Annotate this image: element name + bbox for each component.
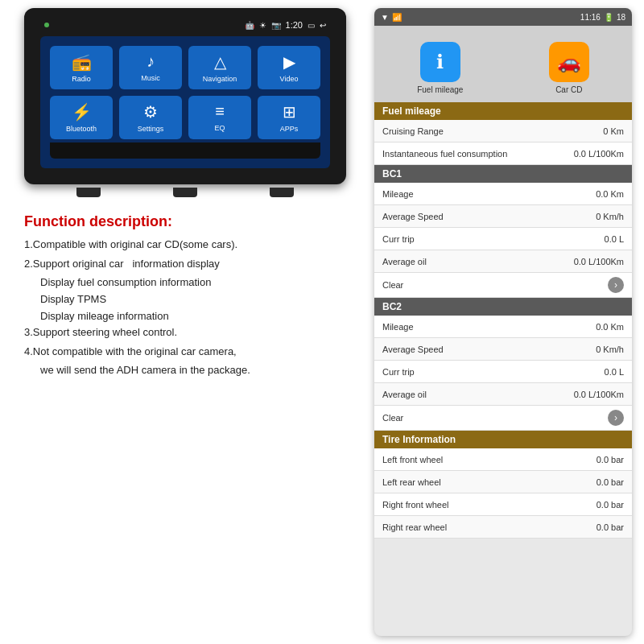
data-table: Fuel mileage Cruising Range 0 Km Instant…: [374, 102, 632, 539]
desc-sub-1: Display fuel consumption information: [40, 275, 346, 291]
stereo-screen: 📻 Radio ♪ Music △ Navigation ▶ Video ⚡: [40, 36, 330, 168]
right-front-value: 0.0 bar: [597, 500, 624, 510]
app-radio-label: Radio: [72, 75, 91, 83]
navigation-icon: △: [214, 52, 226, 72]
desc-item-3: 3.Support steering wheel control.: [24, 324, 346, 341]
bc1-clear-chevron[interactable]: ›: [608, 277, 624, 293]
mount-tabs: [16, 188, 354, 197]
description-section: Function description: 1.Compatible with …: [16, 213, 354, 379]
bc1-avg-speed-value: 0 Km/h: [596, 212, 624, 221]
cruising-range-row: Cruising Range 0 Km: [374, 120, 632, 142]
inst-fuel-row: Instantaneous fuel consumption 0.0 L/100…: [374, 142, 632, 165]
bc2-avg-oil-label: Average oil: [382, 390, 427, 399]
app-video-label: Video: [280, 75, 299, 83]
app-grid: 📻 Radio ♪ Music △ Navigation ▶ Video ⚡: [50, 46, 320, 139]
bc2-curr-trip-label: Curr trip: [382, 367, 415, 377]
stereo-bottom-bar: [50, 142, 320, 159]
settings-icon: ⚙: [143, 102, 158, 122]
fuel-mileage-label: Fuel mileage: [417, 85, 463, 94]
right-front-row: Right front wheel 0.0 bar: [374, 493, 632, 516]
app-video[interactable]: ▶ Video: [258, 46, 320, 89]
video-icon: ▶: [283, 52, 295, 72]
desc-sub-2: Display TPMS: [40, 291, 346, 308]
bc1-clear-row[interactable]: Clear ›: [374, 273, 632, 298]
mount-tab-right: [270, 188, 294, 197]
bc2-mileage-row: Mileage 0.0 Km: [374, 316, 632, 338]
car-cd-label: Car CD: [555, 85, 582, 94]
tire-info-header: Tire Information: [374, 431, 632, 448]
fuel-mileage-app[interactable]: ℹ Fuel mileage: [417, 42, 463, 94]
cruising-range-label: Cruising Range: [382, 126, 444, 136]
bc2-avg-speed-row: Average Speed 0 Km/h: [374, 338, 632, 361]
app-navigation[interactable]: △ Navigation: [188, 46, 251, 89]
bc2-clear-label: Clear: [382, 413, 403, 423]
inst-fuel-value: 0.0 L/100Km: [574, 149, 624, 159]
left-front-row: Left front wheel 0.0 bar: [374, 448, 632, 471]
mount-tab-center: [173, 188, 197, 197]
right-panel: ▼ 📶 11:16 🔋 18 ℹ Fuel mileage 🚗 Car CD F…: [374, 8, 632, 636]
power-indicator: [44, 23, 49, 27]
app-radio[interactable]: 📻 Radio: [50, 46, 113, 89]
bc2-clear-chevron[interactable]: ›: [608, 410, 624, 426]
bc2-clear-row[interactable]: Clear ›: [374, 406, 632, 431]
left-rear-label: Left rear wheel: [382, 477, 441, 487]
android-home-row: ℹ Fuel mileage 🚗 Car CD: [374, 26, 632, 102]
bc1-mileage-row: Mileage 0.0 Km: [374, 183, 632, 205]
bc2-mileage-label: Mileage: [382, 322, 414, 332]
app-bluetooth-label: Bluetooth: [66, 125, 97, 133]
bc1-clear-label: Clear: [382, 280, 403, 290]
car-cd-icon: 🚗: [549, 42, 589, 82]
status-time: 11:16: [580, 13, 601, 22]
right-rear-row: Right rear wheel 0.0 bar: [374, 516, 632, 539]
app-settings-label: Settings: [138, 125, 164, 133]
right-rear-label: Right rear wheel: [382, 522, 447, 532]
music-icon: ♪: [147, 52, 155, 71]
app-bluetooth[interactable]: ⚡ Bluetooth: [50, 96, 113, 139]
signal-icon: 📶: [392, 13, 402, 22]
desc-item-4: 4.Not compatible with the original car c…: [24, 344, 346, 360]
bc1-mileage-label: Mileage: [382, 189, 414, 199]
left-rear-value: 0.0 bar: [597, 477, 624, 487]
fuel-mileage-icon: ℹ: [420, 42, 460, 82]
bc2-curr-trip-row: Curr trip 0.0 L: [374, 361, 632, 383]
wifi-icon: ▼: [381, 13, 389, 22]
battery-level: 18: [617, 13, 625, 22]
bc2-header: BC2: [374, 298, 632, 316]
stereo-unit: 🤖 ☀ 📷 1:20 ▭ ↩ 📻 Radio ♪ Music: [24, 8, 346, 184]
app-music[interactable]: ♪ Music: [119, 46, 182, 89]
app-apps-label: APPs: [280, 125, 299, 133]
status-bar-right: 11:16 🔋 18: [580, 13, 625, 22]
desc-title: Function description:: [24, 213, 346, 230]
right-rear-value: 0.0 bar: [597, 522, 624, 532]
desc-item-2: 2.Support original car information displ…: [24, 256, 346, 272]
fuel-mileage-header: Fuel mileage: [374, 102, 632, 120]
left-front-value: 0.0 bar: [597, 455, 624, 464]
left-rear-row: Left rear wheel 0.0 bar: [374, 471, 632, 493]
app-eq-label: EQ: [214, 124, 225, 132]
bc1-mileage-value: 0.0 Km: [596, 189, 624, 199]
bc2-avg-speed-value: 0 Km/h: [596, 345, 624, 354]
mount-tab-left: [76, 188, 101, 197]
right-front-label: Right front wheel: [382, 500, 449, 510]
battery-icon: 🔋: [604, 13, 613, 22]
bc1-curr-trip-value: 0.0 L: [605, 234, 624, 244]
app-eq[interactable]: ≡ EQ: [188, 96, 251, 139]
stereo-top-bar: 🤖 ☀ 📷 1:20 ▭ ↩: [40, 20, 330, 30]
bc2-mileage-value: 0.0 Km: [596, 322, 624, 332]
bc1-header: BC1: [374, 165, 632, 183]
android-status-bar: ▼ 📶 11:16 🔋 18: [374, 8, 632, 26]
app-music-label: Music: [141, 74, 160, 82]
cruising-range-value: 0 Km: [603, 126, 624, 136]
car-cd-app[interactable]: 🚗 Car CD: [549, 42, 589, 94]
left-panel: 🤖 ☀ 📷 1:20 ▭ ↩ 📻 Radio ♪ Music: [16, 8, 354, 636]
bc1-avg-oil-value: 0.0 L/100Km: [574, 257, 624, 266]
bc2-avg-speed-label: Average Speed: [382, 345, 444, 354]
desc-sub-3: Display mileage information: [40, 308, 346, 325]
bc1-avg-oil-label: Average oil: [382, 257, 427, 266]
bc2-curr-trip-value: 0.0 L: [605, 367, 624, 377]
inst-fuel-label: Instantaneous fuel consumption: [382, 149, 507, 159]
left-front-label: Left front wheel: [382, 455, 443, 464]
app-settings[interactable]: ⚙ Settings: [119, 96, 182, 139]
eq-icon: ≡: [215, 102, 225, 121]
app-apps[interactable]: ⊞ APPs: [258, 96, 320, 139]
